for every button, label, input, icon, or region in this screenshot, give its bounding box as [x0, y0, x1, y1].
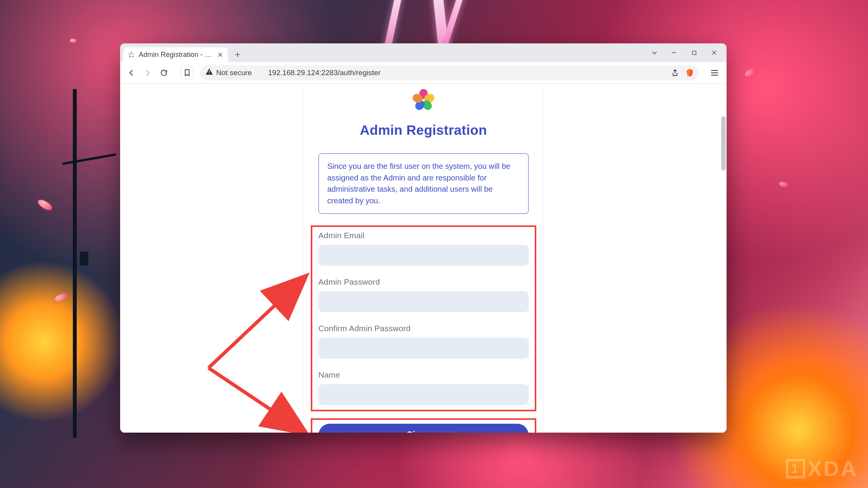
signup-button[interactable]: Sign up	[319, 424, 529, 433]
registration-form: Admin Email Admin Password Confirm Admin…	[311, 225, 536, 411]
tabs-dropdown-icon[interactable]	[647, 43, 662, 62]
nav-forward-button[interactable]	[142, 67, 153, 79]
immich-logo-icon	[406, 85, 441, 115]
email-field[interactable]	[319, 245, 529, 266]
registration-card: Admin Registration Since you are the fir…	[303, 84, 544, 433]
bookmark-button[interactable]	[181, 66, 194, 79]
not-secure-icon	[205, 68, 213, 77]
page-viewport: Admin Registration Since you are the fir…	[120, 84, 727, 433]
tab-close-icon[interactable]	[216, 50, 224, 59]
svg-rect-0	[692, 51, 696, 54]
security-label: Not secure	[216, 69, 252, 77]
browser-menu-button[interactable]	[708, 66, 721, 79]
window-close-button[interactable]	[704, 43, 724, 62]
password-field[interactable]	[319, 291, 529, 312]
svg-rect-1	[209, 70, 210, 72]
new-tab-button[interactable]	[232, 49, 243, 60]
nav-back-button[interactable]	[126, 67, 137, 79]
svg-rect-2	[209, 74, 210, 74]
page-title: Admin Registration	[360, 122, 487, 138]
tab-strip: Admin Registration - Immich	[120, 43, 727, 62]
address-bar: Not secure 192.168.29.124:2283/auth/regi…	[120, 62, 727, 84]
tab-title: Admin Registration - Immich	[139, 51, 212, 59]
info-message: Since you are the first user on the syst…	[319, 153, 529, 214]
browser-window: Admin Registration - Immich	[120, 43, 727, 433]
url-text: 192.168.29.124:2283/auth/register	[268, 69, 381, 77]
window-minimize-button[interactable]	[664, 43, 684, 62]
email-label: Admin Email	[319, 231, 529, 240]
url-field[interactable]: Not secure 192.168.29.124:2283/auth/regi…	[200, 65, 699, 80]
name-label: Name	[319, 370, 529, 380]
confirm-password-field[interactable]	[319, 338, 529, 359]
share-icon[interactable]	[669, 67, 681, 79]
password-label: Admin Password	[319, 277, 529, 287]
immich-favicon-icon	[128, 51, 135, 58]
signup-section: Sign up	[311, 418, 536, 433]
name-field[interactable]	[319, 384, 529, 405]
nav-reload-button[interactable]	[158, 67, 170, 79]
xda-watermark: 1 XDA	[786, 456, 858, 481]
window-maximize-button[interactable]	[684, 43, 704, 62]
browser-tab[interactable]: Admin Registration - Immich	[123, 47, 228, 62]
brave-shields-icon[interactable]	[684, 67, 696, 79]
signup-button-label: Sign up	[406, 430, 440, 433]
confirm-password-label: Confirm Admin Password	[319, 324, 529, 333]
